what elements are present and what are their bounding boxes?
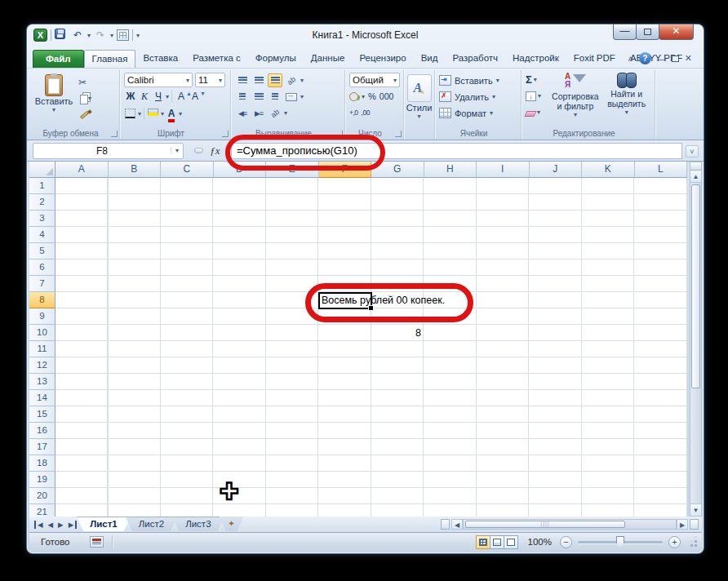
vertical-split-handle[interactable] bbox=[690, 162, 701, 171]
decrease-decimal-button[interactable]: ,00 bbox=[362, 109, 370, 117]
row-header-5[interactable]: 5 bbox=[29, 243, 55, 259]
align-middle-button[interactable] bbox=[251, 73, 266, 87]
wrap-text-button[interactable]: ab bbox=[268, 106, 282, 120]
row-header-21[interactable]: 21 bbox=[29, 504, 55, 517]
row-header-19[interactable]: 19 bbox=[29, 472, 55, 488]
format-cells-button[interactable]: Формат▾ bbox=[439, 106, 517, 120]
fill-dropdown-icon[interactable]: ▾ bbox=[161, 110, 164, 118]
expand-formula-bar-icon[interactable]: ˅ bbox=[686, 145, 699, 157]
row-header-6[interactable]: 6 bbox=[29, 259, 55, 276]
cell-styles-button[interactable]: А✎ bbox=[407, 74, 432, 102]
horizontal-scroll-thumb[interactable] bbox=[465, 521, 625, 528]
view-page-layout-button[interactable] bbox=[490, 535, 504, 549]
delete-cells-button[interactable]: Удалить▾ bbox=[439, 90, 517, 104]
bold-button[interactable]: Ж bbox=[124, 90, 137, 104]
row-header-11[interactable]: 11 bbox=[29, 341, 55, 357]
column-header-h[interactable]: H bbox=[424, 162, 477, 178]
merge-dropdown-icon[interactable]: ▾ bbox=[300, 93, 304, 100]
percent-style-button[interactable]: % bbox=[368, 91, 376, 101]
help-icon[interactable]: ? bbox=[639, 52, 651, 64]
wrap-dropdown-icon[interactable]: ▾ bbox=[284, 109, 287, 117]
last-sheet-icon[interactable]: ▶ bbox=[67, 521, 78, 529]
comma-style-button[interactable]: 000 bbox=[380, 91, 394, 101]
font-color-dropdown-icon[interactable]: ▾ bbox=[179, 110, 182, 118]
number-format-combo[interactable]: Общий▾ bbox=[349, 73, 400, 87]
increase-decimal-button[interactable]: +,0 bbox=[349, 109, 358, 117]
align-center-button[interactable] bbox=[251, 90, 266, 104]
borders-button[interactable] bbox=[124, 107, 137, 121]
paste-button[interactable]: Вставить ▾ bbox=[34, 73, 73, 127]
hscroll-right-icon[interactable]: ▶ bbox=[677, 519, 688, 530]
vertical-scroll-thumb[interactable] bbox=[691, 184, 700, 388]
font-color-button[interactable]: А bbox=[165, 107, 178, 121]
align-left-button[interactable] bbox=[235, 90, 250, 104]
column-header-k[interactable]: K bbox=[582, 162, 635, 178]
fill-color-button[interactable] bbox=[147, 107, 160, 121]
scroll-up-icon[interactable]: ▲ bbox=[690, 171, 701, 183]
merge-center-button[interactable] bbox=[284, 90, 299, 104]
row-header-2[interactable]: 2 bbox=[29, 194, 55, 211]
minimize-button[interactable]: — bbox=[613, 24, 637, 40]
tab-page-layout[interactable]: Разметка с bbox=[185, 50, 248, 68]
workbook-close-icon[interactable]: ✕ bbox=[685, 53, 692, 64]
tab-formulas[interactable]: Формулы bbox=[248, 50, 304, 68]
autosum-button[interactable]: Σ▾ bbox=[526, 73, 548, 86]
italic-button[interactable]: К bbox=[138, 90, 151, 104]
borders-dropdown-icon[interactable]: ▾ bbox=[138, 110, 141, 118]
name-box-dropdown-icon[interactable]: ▾ bbox=[171, 147, 183, 154]
accounting-format-icon[interactable] bbox=[349, 92, 358, 101]
row-header-17[interactable]: 17 bbox=[29, 439, 55, 455]
row-header-8-selected[interactable]: 8 bbox=[29, 292, 55, 308]
row-header-13[interactable]: 13 bbox=[29, 374, 55, 390]
maximize-button[interactable] bbox=[636, 24, 659, 40]
number-dialog-launcher[interactable] bbox=[395, 131, 402, 137]
view-normal-button[interactable] bbox=[476, 535, 491, 549]
zoom-level[interactable]: 100% bbox=[528, 537, 552, 547]
hscroll-left-icon[interactable]: ◀ bbox=[451, 519, 463, 530]
vertical-scrollbar[interactable]: ▲ ▼ bbox=[690, 162, 702, 517]
copy-button[interactable]: ▾ bbox=[78, 91, 98, 105]
styles-dropdown-icon[interactable]: ▾ bbox=[417, 113, 420, 120]
insert-cells-button[interactable]: Вставить▾ bbox=[439, 73, 517, 87]
workbook-restore-icon[interactable] bbox=[672, 55, 679, 62]
horizontal-scrollbar[interactable] bbox=[463, 519, 677, 530]
underline-button[interactable]: Ч bbox=[152, 90, 165, 104]
orientation-button[interactable]: ab bbox=[284, 73, 299, 87]
format-painter-button[interactable] bbox=[78, 108, 98, 122]
tab-review[interactable]: Рецензиро bbox=[352, 50, 413, 68]
minimize-ribbon-icon[interactable]: ˄ bbox=[628, 54, 633, 64]
grow-font-button[interactable]: А▲ bbox=[175, 90, 188, 104]
shrink-font-button[interactable]: А▼ bbox=[189, 90, 202, 104]
record-macro-button[interactable] bbox=[90, 536, 104, 548]
select-all-corner[interactable] bbox=[29, 162, 55, 178]
tab-home[interactable]: Главная bbox=[84, 50, 136, 68]
zoom-slider-thumb[interactable] bbox=[616, 536, 624, 548]
row-header-20[interactable]: 20 bbox=[29, 488, 55, 504]
sheet-tab-list2[interactable]: Лист2 bbox=[126, 517, 177, 531]
row-header-10[interactable]: 10 bbox=[29, 325, 55, 341]
insert-function-button[interactable]: ƒx bbox=[210, 144, 220, 157]
tab-file[interactable]: Файл bbox=[33, 50, 84, 68]
resize-grip[interactable] bbox=[687, 539, 697, 549]
column-header-a[interactable]: A bbox=[55, 162, 109, 178]
formula-bar-handle[interactable] bbox=[194, 148, 203, 153]
tab-addins[interactable]: Надстройк bbox=[505, 50, 566, 68]
row-header-3[interactable]: 3 bbox=[29, 211, 55, 227]
font-name-combo[interactable]: Calibri▾ bbox=[124, 73, 193, 87]
find-select-button[interactable]: Найти и выделить▾ bbox=[602, 73, 650, 127]
increase-indent-button[interactable]: ▶≡ bbox=[251, 106, 266, 120]
row-header-18[interactable]: 18 bbox=[29, 455, 55, 472]
column-header-l[interactable]: L bbox=[635, 162, 688, 178]
name-box[interactable]: F8 ▾ bbox=[33, 143, 184, 159]
row-header-14[interactable]: 14 bbox=[29, 390, 55, 406]
column-header-i[interactable]: I bbox=[477, 162, 530, 178]
zoom-out-button[interactable]: − bbox=[560, 536, 572, 548]
zoom-in-button[interactable]: + bbox=[668, 536, 681, 548]
row-header-9[interactable]: 9 bbox=[29, 308, 55, 325]
row-header-4[interactable]: 4 bbox=[29, 227, 55, 243]
cut-button[interactable]: ✂ bbox=[78, 75, 98, 89]
view-page-break-button[interactable] bbox=[504, 535, 518, 549]
row-header-16[interactable]: 16 bbox=[29, 423, 55, 439]
fill-button[interactable]: ↓▾ bbox=[526, 89, 548, 103]
column-header-j[interactable]: J bbox=[530, 162, 583, 178]
